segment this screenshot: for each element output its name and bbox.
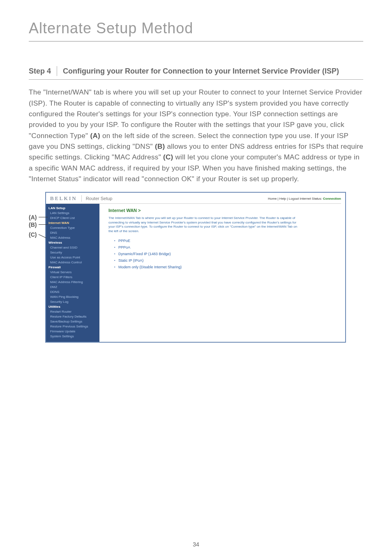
callout-a-line — [39, 217, 48, 217]
side-nav: LAN Setup LAN Settings DHCP Client List … — [46, 204, 99, 342]
nav-section-lan[interactable]: LAN Setup — [46, 205, 99, 210]
screenshot-frame: BELKIN Router Setup Home | Help | Logout… — [45, 192, 346, 343]
nav-item-system-settings[interactable]: System Settings — [46, 334, 99, 339]
nav-section-internet-wan[interactable]: Internet WAN — [46, 220, 99, 225]
option-pppoe[interactable]: PPPoE — [114, 237, 339, 244]
step-label: Step 4 — [29, 66, 57, 76]
nav-item-ddns[interactable]: DDNS — [46, 289, 99, 294]
nav-item-security[interactable]: Security — [46, 250, 99, 255]
nav-item-dns[interactable]: DNS — [46, 230, 99, 235]
callout-column: (A) (B) (C) — [29, 204, 45, 239]
nav-item-wan-ping[interactable]: WAN Ping Blocking — [46, 294, 99, 299]
ref-c: (C) — [163, 153, 173, 161]
option-dynamic-fixed-ip[interactable]: Dynamic/Fixed IP (1483 Bridge) — [114, 251, 339, 257]
nav-section-utilities[interactable]: Utilities — [46, 304, 99, 309]
callout-b-line — [39, 224, 48, 225]
content-description: The Internet/WAN Tab is where you will s… — [108, 216, 297, 233]
callout-c: (C) — [29, 231, 37, 238]
header-links-text: Home | Help | Logout Internet Status: — [268, 197, 323, 200]
nav-item-connection-type[interactable]: Connection Type — [46, 225, 99, 230]
option-static-ip[interactable]: Static IP (IPoA) — [114, 257, 339, 264]
page-number: 34 — [0, 541, 392, 548]
nav-item-restart[interactable]: Restart Router — [46, 309, 99, 314]
ref-b: (B) — [155, 143, 165, 150]
nav-item-client-ip-filters[interactable]: Client IP Filters — [46, 274, 99, 279]
nav-item-mac-control[interactable]: MAC Address Control — [46, 260, 99, 265]
nav-item-virtual-servers[interactable]: Virtual Servers — [46, 270, 99, 274]
callout-c-line — [39, 234, 46, 238]
connection-type-list: PPPoE PPPoA Dynamic/Fixed IP (1483 Bridg… — [114, 237, 339, 270]
nav-item-security-log[interactable]: Security Log — [46, 299, 99, 304]
callout-a: (A) — [29, 214, 37, 221]
page-title: Alternate Setup Method — [29, 20, 363, 37]
ref-a: (A) — [90, 132, 100, 140]
nav-item-channel-ssid[interactable]: Channel and SSID — [46, 245, 99, 250]
content-heading: Internet WAN > — [108, 208, 339, 213]
option-pppoa[interactable]: PPPoA — [114, 244, 339, 251]
nav-item-lan-settings[interactable]: LAN Settings — [46, 210, 99, 215]
internet-status-value: Connection — [323, 197, 341, 200]
step-header: Step 4 Configuring your Router for Conne… — [29, 66, 363, 80]
nav-item-dmz[interactable]: DMZ — [46, 284, 99, 289]
nav-item-save-backup[interactable]: Save/Backup Settings — [46, 319, 99, 324]
content-pane: Internet WAN > The Internet/WAN Tab is w… — [99, 204, 345, 342]
nav-section-wireless[interactable]: Wireless — [46, 240, 99, 245]
nav-item-mac-filtering[interactable]: MAC Address Filtering — [46, 279, 99, 284]
nav-item-mac-address[interactable]: MAC Address — [46, 235, 99, 240]
screenshot-title: Router Setup — [82, 196, 113, 201]
nav-item-access-point[interactable]: Use as Access Point — [46, 255, 99, 260]
nav-item-restore-defaults[interactable]: Restore Factory Defaults — [46, 314, 99, 319]
option-modem-only[interactable]: Modem only (Disable Internet Sharing) — [114, 264, 339, 270]
nav-item-restore-previous[interactable]: Restore Previous Settings — [46, 324, 99, 329]
title-rule — [29, 41, 363, 41]
callout-b: (B) — [29, 221, 37, 228]
nav-item-firmware-update[interactable]: Firmware Update — [46, 329, 99, 334]
body-paragraph: The "Internet/WAN" tab is where you will… — [29, 87, 363, 184]
brand-logo: BELKIN — [50, 195, 82, 202]
step-heading: Configuring your Router for Connection t… — [57, 66, 339, 76]
screenshot-header: BELKIN Router Setup Home | Help | Logout… — [46, 193, 345, 203]
nav-section-firewall[interactable]: Firewall — [46, 265, 99, 270]
screenshot-body: LAN Setup LAN Settings DHCP Client List … — [46, 204, 345, 342]
header-links[interactable]: Home | Help | Logout Internet Status: Co… — [268, 197, 341, 200]
figure-wrap: (A) (B) (C) BELKIN Router Setup Home | H… — [29, 192, 345, 343]
nav-item-dhcp-client-list[interactable]: DHCP Client List — [46, 215, 99, 220]
